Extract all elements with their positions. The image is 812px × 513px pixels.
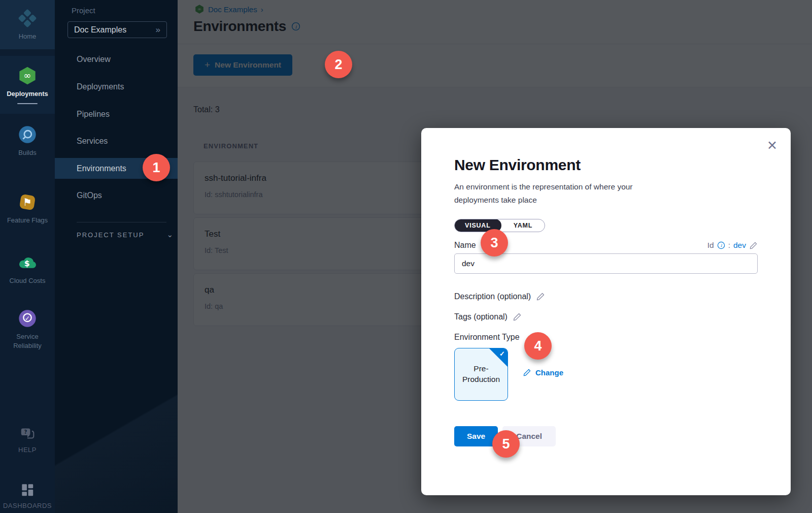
module-label: Feature Flags [7,216,48,225]
annotation-badge-1: 1 [143,154,170,181]
project-setup-toggle[interactable]: PROJECT SETUP ⌄ [77,230,173,239]
name-input[interactable] [454,253,758,274]
sidebar-divider [77,222,166,222]
id-row: Id i : dev [707,241,758,250]
id-colon: : [728,241,730,250]
change-link-label: Change [535,368,563,377]
sidebar-module-home[interactable]: Home [0,0,55,49]
feature-flags-icon: ⚑ [17,192,38,212]
svg-text:?: ? [24,429,27,435]
sidebar-module-cloud-costs[interactable]: $ Cloud Costs [0,252,55,285]
check-icon: ✓ [499,350,505,358]
module-label: HELP [18,445,37,455]
sidebar-item-label: Environments [77,164,126,173]
environment-type-value: Pre-Production [459,364,503,385]
module-label: Cloud Costs [10,276,46,285]
info-icon[interactable]: i [717,241,725,249]
sidebar-item-label: GitOps [77,191,102,200]
app-window: Home ∞ Deployments Builds [0,0,812,513]
project-setup-label: PROJECT SETUP [77,231,144,239]
module-label: Home [19,32,37,41]
sidebar-item-deployments[interactable]: Deployments [55,77,178,97]
environment-type-label: Environment Type [454,333,520,342]
annotation-badge-4: 4 [524,332,552,360]
double-chevron-icon: » [156,25,160,35]
help-icon: ? [19,427,36,442]
chevron-down-icon: ⌄ [166,230,173,239]
change-environment-type-link[interactable]: Change [523,368,563,377]
id-value: dev [733,241,746,250]
sidebar-item-label: Pipelines [77,110,110,119]
sidebar-module-service-reliability[interactable]: ✓ Service Reliability [0,308,55,350]
svg-text:✓: ✓ [25,314,30,322]
edit-description-pencil-icon[interactable] [536,292,545,301]
edit-tags-pencil-icon[interactable] [513,312,522,322]
annotation-badge-3: 3 [481,229,508,256]
new-environment-modal: ✕ New Environment An environment is the … [421,128,791,495]
sidebar-item-overview[interactable]: Overview [55,49,178,70]
sidebar-item-label: Deployments [77,82,124,91]
annotation-badge-5: 5 [492,430,520,458]
close-icon[interactable]: ✕ [767,139,777,152]
selected-module-underline [17,103,38,104]
sidebar-module-feature-flags[interactable]: ⚑ Feature Flags [0,192,55,225]
edit-pencil-icon [523,368,531,377]
dashboards-icon [19,482,36,498]
modal-subtitle: An environment is the representation of … [454,180,672,206]
save-button[interactable]: Save [454,426,498,446]
sidebar-item-label: Overview [77,55,111,64]
module-sidebar: Home ∞ Deployments Builds [0,0,55,513]
sidebar-help[interactable]: ? HELP [0,427,55,455]
tags-label: Tags (optional) [454,312,507,322]
module-label: Deployments [7,89,48,99]
sidebar-module-builds[interactable]: Builds [0,124,55,157]
svg-text:$: $ [24,259,30,268]
description-label: Description (optional) [454,292,531,301]
tab-yaml[interactable]: YAML [501,219,545,232]
sidebar-module-deployments[interactable]: ∞ Deployments [0,56,55,114]
service-reliability-icon: ✓ [17,308,38,329]
sidebar-dashboards[interactable]: DASHBOARDS [0,482,55,510]
project-section-label: Project [72,6,95,15]
environment-type-card-pre-production[interactable]: Pre-Production ✓ [454,348,508,401]
cloud-costs-icon: $ [17,252,38,273]
svg-text:∞: ∞ [23,70,31,81]
sidebar-item-gitops[interactable]: GitOps [55,185,178,206]
annotation-badge-2: 2 [325,51,352,78]
svg-text:⚑: ⚑ [23,196,32,208]
module-label: Builds [18,148,36,157]
builds-icon [17,124,38,145]
sidebar-item-label: Services [77,137,108,146]
sidebar-item-pipelines[interactable]: Pipelines [55,104,178,124]
name-label: Name [454,241,476,250]
project-selector-value: Doc Examples [74,25,126,35]
project-selector[interactable]: Doc Examples » [67,21,167,38]
sidebar-item-services[interactable]: Services [55,131,178,151]
svg-text:i: i [720,243,722,248]
edit-id-pencil-icon[interactable] [749,241,758,250]
project-sidebar: Project Doc Examples » Overview Deployme… [55,0,178,513]
module-label: Service Reliability [6,332,49,350]
deployments-icon: ∞ [17,66,38,86]
modal-title: New Environment [454,156,758,174]
home-icon [17,8,38,28]
id-label: Id [707,241,714,250]
module-label: DASHBOARDS [3,501,52,510]
